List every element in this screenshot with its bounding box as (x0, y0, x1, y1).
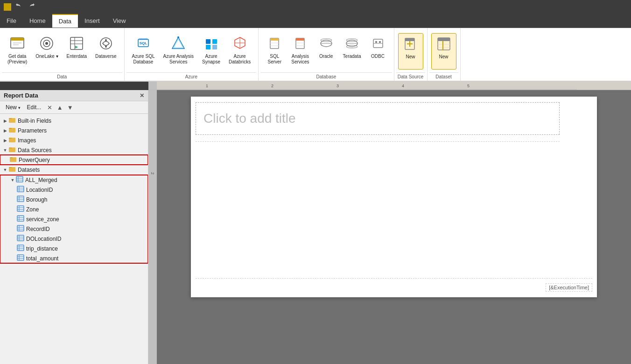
dataverse-button[interactable]: Dataverse (91, 33, 120, 70)
built-in-fields-label: Built-in Fields (18, 118, 51, 124)
onelake-button[interactable]: OneLake ▾ (32, 33, 62, 70)
redo-button[interactable] (27, 3, 35, 11)
svg-rect-63 (9, 118, 12, 119)
tree-service-zone[interactable]: service_zone (0, 214, 148, 224)
oracle-button[interactable]: Oracle (314, 33, 338, 70)
svg-point-13 (105, 39, 107, 41)
tree-total-amount[interactable]: total_amount (0, 253, 148, 263)
tree-zone[interactable]: Zone (0, 204, 148, 214)
ribbon-group-data: Get data(Preview) OneLake ▾ (0, 28, 125, 81)
recordid-label: RecordID (26, 226, 50, 232)
tree-images[interactable]: ▶ Images (0, 135, 148, 145)
ribbon-azure-items: SQL Azure SQLDatabase Azure AnalysisServ… (126, 28, 257, 72)
svg-text:SQL: SQL (140, 41, 147, 45)
odbc-button[interactable]: ODBC (366, 33, 390, 70)
edit-item-button[interactable]: Edit... (24, 103, 44, 112)
oracle-label: Oracle (319, 54, 333, 59)
new-item-button[interactable]: New (3, 103, 23, 112)
enterdata-label: Enterdata (67, 54, 87, 59)
new-dataset-button[interactable]: New (431, 33, 456, 70)
dataverse-icon (98, 35, 114, 52)
azure-sql-button[interactable]: SQL Azure SQLDatabase (128, 33, 159, 70)
ribbon-group-database: SQLServer AnalysisServices (259, 28, 394, 81)
svg-rect-74 (16, 176, 23, 182)
powerquery-label: PowerQuery (19, 157, 50, 163)
expand-built-in-fields: ▶ (2, 118, 8, 124)
sql-server-button[interactable]: SQLServer (262, 33, 287, 70)
sql-server-icon (266, 35, 283, 52)
ribbon-dataset-group-label: Dataset (429, 72, 458, 81)
move-down-button[interactable]: ▼ (65, 103, 75, 112)
tree-borough[interactable]: Borough (0, 195, 148, 204)
tree-trip-distance[interactable]: trip_distance (0, 244, 148, 253)
azure-synapse-button[interactable]: AzureSynapse (198, 33, 224, 70)
tree-data-sources[interactable]: ▼ Data Sources (0, 145, 148, 155)
tree-all-merged[interactable]: ▼ ALL_Merged (0, 175, 148, 185)
expand-parameters: ▶ (2, 127, 8, 134)
odbc-icon (370, 35, 386, 52)
ruler: 1 2 3 4 5 (148, 82, 631, 90)
menu-data[interactable]: Data (52, 14, 78, 28)
ribbon-data-group-label: Data (2, 72, 122, 81)
ribbon-azure-group-label: Azure (126, 72, 257, 81)
svg-rect-86 (17, 206, 24, 211)
ribbon-database-group-label: Database (260, 72, 392, 81)
title-placeholder[interactable]: Click to add title (196, 102, 560, 135)
azure-analysis-label: Azure AnalysisServices (163, 54, 194, 65)
undo-button[interactable] (15, 3, 23, 11)
azure-analysis-button[interactable]: Azure AnalysisServices (159, 33, 197, 70)
azure-analysis-icon (170, 35, 187, 52)
azure-databricks-button[interactable]: AzureDatabricks (225, 33, 254, 70)
datasets-label: Datasets (18, 167, 40, 173)
azure-synapse-icon (203, 35, 220, 52)
tree-datasets[interactable]: ▼ Datasets (0, 165, 148, 175)
menu-view[interactable]: View (106, 14, 133, 28)
svg-point-14 (105, 46, 107, 48)
svg-rect-17 (139, 38, 147, 40)
tree-powerquery[interactable]: PowerQuery (0, 155, 148, 165)
menu-home[interactable]: Home (23, 14, 52, 28)
app-icon: R (4, 3, 11, 11)
analysis-services-icon (292, 35, 308, 52)
tree-parameters[interactable]: ▶ Parameters (0, 126, 148, 135)
ribbon-data-items: Get data(Preview) OneLake ▾ (2, 28, 122, 72)
move-up-button[interactable]: ▲ (55, 103, 64, 112)
total-amount-label: total_amount (26, 255, 58, 262)
scroll-number: 2 (150, 172, 155, 175)
analysis-services-button[interactable]: AnalysisServices (287, 33, 313, 70)
azure-databricks-icon (231, 35, 248, 52)
borough-label: Borough (26, 196, 47, 203)
tree-dolocationid[interactable]: DOLocationID (0, 234, 148, 244)
svg-rect-29 (270, 38, 279, 41)
report-panel-header: Report Data ✕ (0, 90, 148, 101)
footer-execution-time[interactable]: [&ExecutionTime] (546, 283, 592, 292)
svg-rect-106 (17, 255, 24, 260)
new-datasource-button[interactable]: New (398, 33, 423, 70)
tree-locationid[interactable]: LocationID (0, 185, 148, 195)
menu-file[interactable]: File (0, 14, 23, 28)
svg-rect-1 (11, 38, 24, 41)
report-panel-title: Report Data (4, 92, 38, 99)
close-panel-button[interactable]: ✕ (140, 92, 144, 99)
delete-item-button[interactable]: ✕ (45, 103, 54, 112)
svg-rect-52 (438, 38, 450, 41)
canvas-scroll-area[interactable]: Click to add title [&ExecutionTime] (157, 90, 631, 364)
ribbon: Get data(Preview) OneLake ▾ (0, 28, 631, 82)
canvas-paper[interactable]: Click to add title [&ExecutionTime] (191, 97, 597, 297)
service-zone-label: service_zone (26, 216, 59, 223)
menu-insert[interactable]: Insert (78, 14, 106, 28)
title-bar: R (0, 0, 631, 14)
enterdata-button[interactable]: ▶ Enterdata (63, 33, 91, 70)
zone-label: Zone (26, 206, 39, 213)
canvas-scroll-left: 2 (148, 90, 157, 364)
tree-recordid[interactable]: RecordID (0, 224, 148, 234)
teradata-label: Teradata (343, 54, 361, 59)
locationid-label: LocationID (26, 187, 53, 193)
svg-rect-90 (17, 216, 24, 221)
get-data-button[interactable]: Get data(Preview) (4, 33, 31, 70)
teradata-button[interactable]: Teradata (339, 33, 365, 70)
tree-built-in-fields[interactable]: ▶ Built-in Fields (0, 116, 148, 126)
tree-area: ▶ Built-in Fields ▶ Parameters ▶ (0, 114, 148, 364)
ribbon-database-items: SQLServer AnalysisServices (260, 28, 392, 72)
svg-text:▶: ▶ (75, 45, 78, 49)
